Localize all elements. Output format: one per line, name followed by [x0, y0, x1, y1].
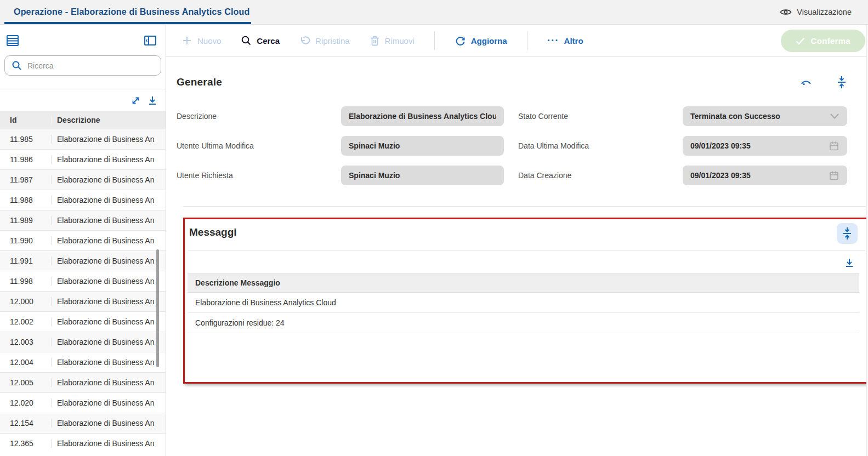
altro-label: Altro [564, 36, 583, 45]
view-mode-indicator[interactable]: Visualizzazione [780, 8, 852, 16]
row-descrizione: Elaborazione di Business An [51, 135, 166, 144]
message-row[interactable]: Configurazioni residue: 24 [188, 313, 859, 333]
table-row[interactable]: 11.987Elaborazione di Business An [0, 169, 166, 190]
ripristina-button[interactable]: Ripristina [299, 35, 350, 46]
row-descrizione: Elaborazione di Business An [51, 378, 166, 387]
ellipsis-icon: ··· [547, 35, 559, 47]
collapse-vertical-icon[interactable] [836, 76, 847, 89]
stato-corrente-value: Terminata con Successo [690, 112, 780, 121]
sidebar-search [4, 55, 161, 76]
table-row[interactable]: 12.365Elaborazione di Business An [0, 433, 166, 453]
field-label-descrizione: Descrizione [177, 112, 341, 121]
descrizione-value: Elaborazione di Business Analytics Cloud [349, 112, 496, 121]
collapse-panel-icon[interactable] [144, 35, 157, 47]
trash-icon [370, 35, 380, 46]
sidebar-scrollbar[interactable] [156, 249, 159, 367]
table-row[interactable]: 11.988Elaborazione di Business An [0, 190, 166, 210]
expand-icon[interactable] [131, 95, 141, 106]
messaggi-section-highlighted: Messaggi [183, 218, 868, 384]
message-row[interactable]: Elaborazione di Business Analytics Cloud [188, 293, 859, 313]
plus-icon [181, 35, 192, 46]
eye-icon [780, 8, 792, 16]
search-input[interactable] [27, 61, 154, 70]
row-id: 11.987 [0, 175, 51, 184]
conferma-label: Conferma [811, 36, 850, 45]
generale-form: Descrizione Elaborazione di Business Ana… [177, 106, 868, 185]
data-creazione-picker[interactable]: 09/01/2023 09:35 [683, 166, 847, 185]
collapse-vertical-icon[interactable] [837, 223, 858, 244]
column-header-descrizione: Descrizione [51, 116, 166, 124]
utente-richiesta-value: Spinaci Muzio [349, 171, 400, 180]
table-row[interactable]: 11.989Elaborazione di Business An [0, 210, 166, 230]
stato-corrente-select[interactable]: Terminata con Successo [683, 106, 847, 126]
row-descrizione: Elaborazione di Business An [51, 439, 166, 448]
descrizione-field: Elaborazione di Business Analytics Cloud [341, 106, 504, 126]
row-id: 12.005 [0, 378, 51, 387]
sidebar-table: Id Descrizione 11.985Elaborazione di Bus… [0, 111, 166, 453]
table-row[interactable]: 12.004Elaborazione di Business An [0, 352, 166, 372]
row-id: 11.986 [0, 155, 51, 164]
undo-icon [299, 35, 310, 46]
row-id: 12.154 [0, 419, 51, 428]
sidebar-header [0, 25, 166, 51]
row-descrizione: Elaborazione di Business An [51, 398, 166, 407]
column-header-descrizione-messaggio: Descrizione Messaggio [188, 273, 859, 293]
table-row[interactable]: 12.005Elaborazione di Business An [0, 372, 166, 392]
rimuovi-button[interactable]: Rimuovi [370, 35, 415, 46]
table-row[interactable]: 12.020Elaborazione di Business An [0, 392, 166, 413]
column-header-id: Id [0, 116, 51, 124]
altro-button[interactable]: ··· Altro [547, 35, 583, 47]
row-id: 11.990 [0, 236, 51, 245]
table-row[interactable]: 12.154Elaborazione di Business An [0, 413, 166, 433]
row-id: 12.000 [0, 297, 51, 306]
nuovo-label: Nuovo [197, 36, 221, 45]
top-bar: Operazione - Elaborazione di Business An… [0, 0, 868, 25]
field-label-data-ultima-modifica: Data Ultima Modifica [518, 141, 683, 150]
main-panel: Nuovo Cerca Ripristina [166, 25, 868, 456]
row-descrizione: Elaborazione di Business An [51, 338, 166, 346]
chevron-down-icon [830, 113, 839, 119]
field-label-utente-ultima-modifica: Utente Ultima Modifica [177, 141, 341, 150]
utente-richiesta-field: Spinaci Muzio [341, 166, 504, 185]
messaggi-title: Messaggi [185, 219, 868, 238]
generale-title: Generale [177, 76, 222, 88]
data-ultima-modifica-value: 09/01/2023 09:35 [690, 141, 751, 150]
row-id: 12.365 [0, 439, 51, 448]
data-ultima-modifica-picker[interactable]: 09/01/2023 09:35 [683, 136, 847, 156]
sidebar: Id Descrizione 11.985Elaborazione di Bus… [0, 25, 166, 456]
download-icon[interactable] [844, 258, 854, 268]
row-id: 12.002 [0, 317, 51, 326]
table-row[interactable]: 11.986Elaborazione di Business An [0, 149, 166, 169]
table-row[interactable]: 12.000Elaborazione di Business An [0, 291, 166, 311]
table-row[interactable]: 12.002Elaborazione di Business An [0, 311, 166, 332]
rows-icon[interactable] [5, 33, 20, 48]
utente-ultima-modifica-field: Spinaci Muzio [341, 136, 504, 156]
preview-icon[interactable] [800, 77, 812, 87]
calendar-icon [829, 140, 839, 151]
utente-ultima-modifica-value: Spinaci Muzio [349, 141, 400, 150]
table-row[interactable]: 11.991Elaborazione di Business An [0, 250, 166, 271]
row-id: 11.988 [0, 196, 51, 204]
tab-operazione[interactable]: Operazione - Elaborazione di Business An… [14, 7, 250, 17]
toolbar-separator [527, 31, 527, 50]
conferma-button[interactable]: Conferma [781, 30, 865, 52]
row-descrizione: Elaborazione di Business An [51, 277, 166, 286]
table-row[interactable]: 11.985Elaborazione di Business An [0, 129, 166, 149]
data-creazione-value: 09/01/2023 09:35 [690, 171, 751, 180]
record-detail: Generale [166, 76, 868, 384]
nuovo-button[interactable]: Nuovo [181, 35, 221, 46]
row-descrizione: Elaborazione di Business An [51, 236, 166, 245]
download-icon[interactable] [147, 95, 157, 106]
ripristina-label: Ripristina [315, 36, 350, 45]
aggiorna-button[interactable]: Aggiorna [455, 35, 507, 47]
row-id: 12.003 [0, 338, 51, 346]
table-row[interactable]: 11.998Elaborazione di Business An [0, 271, 166, 291]
table-row[interactable]: 11.990Elaborazione di Business An [0, 230, 166, 250]
calendar-icon [829, 170, 839, 181]
cerca-button[interactable]: Cerca [241, 35, 280, 46]
row-descrizione: Elaborazione di Business An [51, 297, 166, 306]
check-icon [796, 37, 805, 45]
search-icon [241, 35, 252, 46]
table-row[interactable]: 12.003Elaborazione di Business An [0, 332, 166, 352]
generale-header: Generale [177, 76, 847, 89]
